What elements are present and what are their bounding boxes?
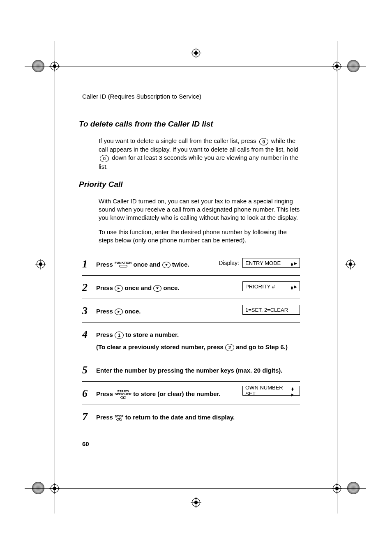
down-arrow-key-icon bbox=[162, 262, 171, 268]
text-frag: down for at least 3 seconds while you ar… bbox=[99, 154, 298, 170]
step-2: 2 Press once and once. PRIORITY # ▲▼ bbox=[82, 276, 300, 299]
lcd-arrows-icon: ▲▼ bbox=[291, 385, 297, 397]
page-content: Caller ID (Requires Subscription to Serv… bbox=[82, 93, 300, 428]
text-frag: once. bbox=[163, 284, 179, 291]
corner-knob-br bbox=[347, 482, 360, 494]
delete-paragraph: If you want to delete a single call from… bbox=[99, 137, 300, 171]
step-number: 1 bbox=[82, 258, 96, 269]
step-7: 7 Press STOP to return to the date and t… bbox=[82, 405, 300, 428]
step-6: 6 Press START/SPEICHER to store (or clea… bbox=[82, 382, 300, 405]
funktion-key-icon: FUNKTION bbox=[115, 261, 131, 267]
lcd-display: PRIORITY # ▲▼ bbox=[242, 281, 300, 291]
priority-para-2: To use this function, enter the desired … bbox=[99, 228, 300, 245]
text-frag: once and bbox=[134, 261, 162, 268]
step-number: 6 bbox=[82, 387, 96, 399]
lcd-text: ENTRY MODE bbox=[245, 260, 281, 266]
step-5: 5 Enter the number by pressing the numbe… bbox=[82, 358, 300, 382]
text-frag: once and bbox=[125, 284, 153, 291]
key-1-icon: 1 bbox=[115, 332, 124, 339]
priority-para-1: With Caller ID turned on, you can set yo… bbox=[99, 197, 300, 222]
lcd-display: ENTRY MODE ▲▼ bbox=[242, 258, 300, 268]
lcd-text: PRIORITY # bbox=[245, 283, 275, 290]
page-number: 60 bbox=[82, 440, 89, 447]
key-0-icon: 0 bbox=[259, 138, 268, 145]
right-arrow-key-icon bbox=[115, 285, 123, 292]
step-4: 4 Press 1 to store a number. (To clear a… bbox=[82, 322, 300, 358]
down-arrow-key-icon bbox=[153, 285, 161, 292]
reg-mark bbox=[345, 259, 356, 269]
step-3: 3 Press once. 1=SET, 2=CLEAR bbox=[82, 299, 300, 322]
corner-knob-bl bbox=[32, 482, 44, 494]
crop-line bbox=[55, 41, 55, 514]
reg-mark bbox=[35, 259, 46, 269]
text-frag: If you want to delete a single call from… bbox=[99, 137, 258, 144]
steps-table: 1 Press FUNKTION once and twice. Display… bbox=[82, 252, 300, 428]
step-number: 7 bbox=[82, 411, 96, 422]
step-1: 1 Press FUNKTION once and twice. Display… bbox=[82, 252, 300, 276]
step-text: Enter the number by pressing the number … bbox=[96, 364, 300, 375]
lcd-text: 1=SET, 2=CLEAR bbox=[245, 307, 288, 313]
corner-knob-tr bbox=[347, 60, 360, 72]
text-frag: Enter the number by pressing the number … bbox=[96, 367, 282, 374]
stop-key-icon: STOP bbox=[115, 415, 124, 421]
step-number: 2 bbox=[82, 281, 96, 293]
lcd-display: OWN NUMBER SET ▲▼ bbox=[242, 386, 300, 396]
text-frag: (To clear a previously stored number, pr… bbox=[96, 343, 225, 350]
step-text: Press STOP to return to the date and tim… bbox=[96, 411, 300, 422]
crop-line bbox=[25, 67, 366, 67]
text-frag: Press bbox=[96, 390, 115, 397]
step-number: 3 bbox=[82, 305, 96, 316]
step-number: 4 bbox=[82, 328, 96, 340]
running-header: Caller ID (Requires Subscription to Serv… bbox=[82, 93, 300, 100]
text-frag: twice. bbox=[172, 261, 189, 268]
display-label: Display: bbox=[219, 260, 239, 266]
text-frag: to store a number. bbox=[125, 331, 179, 338]
lcd-arrows-icon: ▲▼ bbox=[290, 283, 297, 290]
text-frag: Press bbox=[96, 261, 115, 268]
crop-line bbox=[337, 41, 337, 514]
text-frag: and go to Step 6.) bbox=[236, 343, 288, 350]
crop-line bbox=[25, 488, 366, 489]
section-title-delete: To delete calls from the Caller ID list bbox=[79, 120, 300, 129]
lcd-display: 1=SET, 2=CLEAR bbox=[242, 305, 300, 315]
text-frag: Press bbox=[96, 284, 115, 291]
lcd-text: OWN NUMBER SET bbox=[245, 385, 291, 397]
text-frag: to store (or clear) the number. bbox=[133, 390, 221, 397]
step-number: 5 bbox=[82, 364, 96, 375]
key-0-icon: 0 bbox=[100, 155, 109, 162]
reg-mark bbox=[191, 48, 201, 58]
corner-knob-tl bbox=[32, 60, 44, 72]
text-frag: Press bbox=[96, 331, 115, 338]
lcd-arrows-icon: ▲▼ bbox=[290, 260, 297, 266]
text-frag: to return to the date and time display. bbox=[125, 414, 235, 421]
start-speicher-key-icon: START/SPEICHER bbox=[115, 390, 131, 399]
text-frag: once. bbox=[125, 308, 141, 315]
text-frag: Press bbox=[96, 414, 115, 421]
key-2-icon: 2 bbox=[225, 344, 234, 351]
reg-mark bbox=[191, 497, 201, 508]
right-arrow-key-icon bbox=[115, 309, 123, 315]
text-frag: Press bbox=[96, 308, 115, 315]
step-text: Press 1 to store a number. (To clear a p… bbox=[96, 328, 300, 352]
section-title-priority: Priority Call bbox=[79, 180, 300, 189]
